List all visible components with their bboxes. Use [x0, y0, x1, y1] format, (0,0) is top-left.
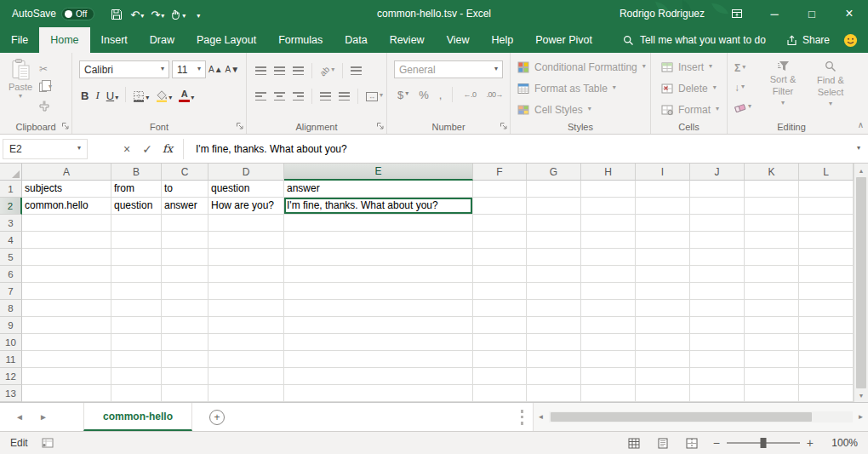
column-header-B[interactable]: B: [111, 164, 162, 181]
orientation-button[interactable]: ab▾: [320, 66, 334, 76]
align-bottom-button[interactable]: [293, 66, 304, 75]
formula-input[interactable]: I'm fine, thanks. What about you?: [189, 143, 857, 155]
cell-L8[interactable]: [799, 300, 854, 317]
cell-K7[interactable]: [745, 283, 799, 300]
cell-K10[interactable]: [745, 334, 799, 351]
cell-B2[interactable]: question: [111, 198, 162, 215]
delete-button[interactable]: Delete ▾: [661, 83, 717, 95]
cell-H1[interactable]: [581, 181, 636, 198]
cell-I10[interactable]: [636, 334, 690, 351]
sheet-tab-common-hello[interactable]: common-hello: [83, 403, 192, 431]
vertical-scrollbar[interactable]: ▲ ▼: [854, 164, 868, 402]
format-as-table-button[interactable]: Format as Table ▾: [517, 83, 616, 95]
cell-E1[interactable]: answer: [284, 181, 473, 198]
collapse-ribbon-button[interactable]: ∧: [858, 121, 864, 129]
cell-K6[interactable]: [745, 266, 799, 283]
cell-J5[interactable]: [690, 249, 745, 266]
cell-A13[interactable]: [22, 385, 111, 402]
cell-C5[interactable]: [162, 249, 208, 266]
cell-J9[interactable]: [690, 317, 745, 334]
page-layout-view-button[interactable]: [648, 438, 677, 449]
cell-A5[interactable]: [22, 249, 111, 266]
number-format-combo[interactable]: General▾: [394, 60, 503, 78]
share-button[interactable]: Share: [776, 27, 840, 53]
font-name-combo[interactable]: Calibri▾: [79, 60, 169, 78]
column-header-F[interactable]: F: [473, 164, 527, 181]
cell-C9[interactable]: [162, 317, 208, 334]
cell-L7[interactable]: [799, 283, 854, 300]
ribbon-tab-page-layout[interactable]: Page Layout: [186, 27, 267, 53]
ribbon-tab-insert[interactable]: Insert: [90, 27, 139, 53]
hscroll-right-button[interactable]: ►: [854, 413, 868, 421]
formula-bar-expand-button[interactable]: ▾: [857, 145, 860, 152]
align-right-button[interactable]: [293, 92, 304, 101]
cell-H4[interactable]: [581, 232, 636, 249]
add-sheet-button[interactable]: +: [209, 410, 225, 425]
cell-J4[interactable]: [690, 232, 745, 249]
save-button[interactable]: [108, 4, 125, 23]
cell-B1[interactable]: from: [111, 181, 162, 198]
cell-C4[interactable]: [162, 232, 208, 249]
minimize-button[interactable]: ─: [756, 0, 793, 27]
copy-button[interactable]: ▾: [39, 80, 52, 95]
horizontal-scrollbar[interactable]: ◄ ►: [533, 403, 868, 431]
column-header-G[interactable]: G: [527, 164, 581, 181]
cell-D10[interactable]: [208, 334, 284, 351]
cell-K8[interactable]: [745, 300, 799, 317]
cell-J8[interactable]: [690, 300, 745, 317]
page-break-view-button[interactable]: [677, 438, 706, 449]
cell-C3[interactable]: [162, 215, 208, 232]
cell-J7[interactable]: [690, 283, 745, 300]
cell-I2[interactable]: [636, 198, 690, 215]
tell-me-box[interactable]: Tell me what you want to do: [613, 27, 776, 53]
column-header-D[interactable]: D: [208, 164, 284, 181]
cell-L3[interactable]: [799, 215, 854, 232]
cell-A6[interactable]: [22, 266, 111, 283]
clear-button[interactable]: ▾: [734, 100, 751, 114]
cell-H13[interactable]: [581, 385, 636, 402]
cell-D3[interactable]: [208, 215, 284, 232]
borders-button[interactable]: ▾: [133, 87, 149, 102]
row-header-8[interactable]: 8: [0, 300, 22, 317]
zoom-out-button[interactable]: −: [706, 436, 727, 450]
insert-function-button[interactable]: fx: [157, 142, 178, 155]
row-header-11[interactable]: 11: [0, 351, 22, 368]
cell-B9[interactable]: [111, 317, 162, 334]
sheet-nav-right-button[interactable]: ►: [39, 412, 48, 422]
zoom-level[interactable]: 100%: [825, 437, 858, 449]
cell-L2[interactable]: [799, 198, 854, 215]
maximize-button[interactable]: □: [793, 0, 831, 27]
cell-F6[interactable]: [473, 266, 527, 283]
ribbon-tab-file[interactable]: File: [0, 27, 39, 53]
decrease-decimal-button[interactable]: .00→: [486, 90, 503, 99]
find-select-button[interactable]: Find & Select ▾: [808, 60, 854, 108]
format-painter-button[interactable]: [39, 99, 52, 113]
cell-K5[interactable]: [745, 249, 799, 266]
cell-J13[interactable]: [690, 385, 745, 402]
touch-mode-button[interactable]: ▾: [169, 4, 186, 23]
cell-K4[interactable]: [745, 232, 799, 249]
cell-K12[interactable]: [745, 368, 799, 385]
customize-qat-button[interactable]: ▾: [190, 4, 207, 23]
cell-I11[interactable]: [636, 351, 690, 368]
cell-C8[interactable]: [162, 300, 208, 317]
font-size-combo[interactable]: 11▾: [172, 60, 206, 78]
cell-B3[interactable]: [111, 215, 162, 232]
cell-G4[interactable]: [527, 232, 581, 249]
row-header-12[interactable]: 12: [0, 368, 22, 385]
cell-D12[interactable]: [208, 368, 284, 385]
zoom-slider-thumb[interactable]: [760, 438, 766, 448]
user-name[interactable]: Rodrigo Rodriguez: [620, 8, 705, 20]
cell-D8[interactable]: [208, 300, 284, 317]
cell-C11[interactable]: [162, 351, 208, 368]
cell-J1[interactable]: [690, 181, 745, 198]
cell-B4[interactable]: [111, 232, 162, 249]
cell-H5[interactable]: [581, 249, 636, 266]
cell-H3[interactable]: [581, 215, 636, 232]
ribbon-tab-review[interactable]: Review: [379, 27, 436, 53]
cell-K2[interactable]: [745, 198, 799, 215]
cell-A3[interactable]: [22, 215, 111, 232]
cell-H10[interactable]: [581, 334, 636, 351]
row-header-10[interactable]: 10: [0, 334, 22, 351]
cell-C12[interactable]: [162, 368, 208, 385]
